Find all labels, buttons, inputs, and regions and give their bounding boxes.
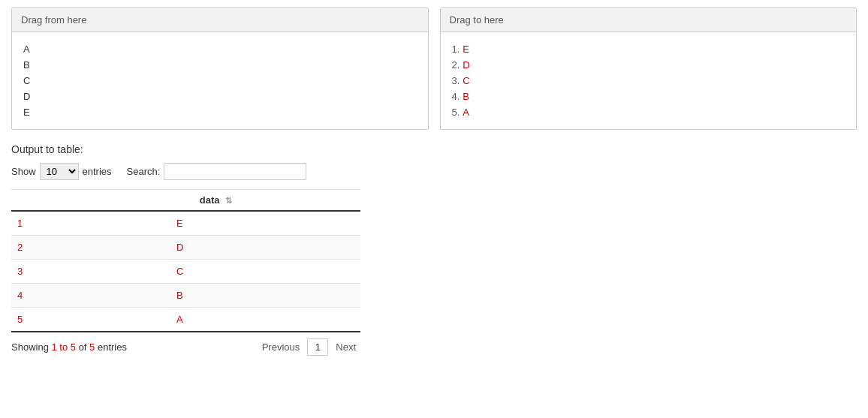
drag-from-item[interactable]: C: [23, 73, 417, 89]
search-label: Search:: [127, 166, 161, 177]
drag-to-item[interactable]: 4.B: [452, 89, 845, 104]
row-number: 3: [11, 260, 71, 284]
table-row: 1E: [11, 211, 360, 236]
table-row: 5A: [11, 308, 360, 332]
drag-from-item[interactable]: A: [23, 41, 417, 57]
controls-row: Show 102550100 entries Search:: [11, 163, 857, 180]
table-header-data[interactable]: data ⇅: [71, 190, 360, 212]
row-number: 2: [11, 236, 71, 260]
drag-from-body[interactable]: ABCDE: [12, 32, 428, 129]
showing-text: Showing 1 to 5 of 5 entries: [11, 341, 127, 353]
drag-to-item[interactable]: 3.C: [452, 73, 845, 89]
next-button[interactable]: Next: [331, 339, 360, 355]
row-number: 5: [11, 308, 71, 332]
row-value: E: [71, 211, 360, 236]
table-row: 2D: [11, 236, 360, 260]
previous-button[interactable]: Previous: [258, 339, 305, 355]
row-value: A: [71, 308, 360, 332]
pagination-controls: Previous 1 Next: [258, 338, 360, 356]
drag-to-item[interactable]: 5.A: [452, 104, 845, 120]
output-section: Output to table: Show 102550100 entries …: [11, 143, 857, 356]
drag-to-item[interactable]: 2.D: [452, 57, 845, 73]
data-table: data ⇅ 1E2D3C4B5A: [11, 189, 360, 332]
entries-text: entries: [83, 166, 112, 177]
row-value: D: [71, 236, 360, 260]
drag-to-header: Drag to here: [441, 8, 857, 32]
drag-from-item[interactable]: B: [23, 57, 417, 73]
drag-from-item[interactable]: E: [23, 104, 417, 120]
output-label: Output to table:: [11, 143, 857, 155]
row-value: B: [71, 284, 360, 308]
row-number: 4: [11, 284, 71, 308]
drag-to-panel: Drag to here 1.E2.D3.C4.B5.A: [440, 8, 857, 130]
entries-select[interactable]: 102550100: [40, 163, 79, 180]
drag-from-panel: Drag from here ABCDE: [11, 8, 429, 130]
table-row: 3C: [11, 260, 360, 284]
drag-to-item[interactable]: 1.E: [452, 41, 845, 57]
row-number: 1: [11, 211, 71, 236]
search-input[interactable]: [164, 163, 306, 180]
table-footer: [11, 332, 360, 332]
drag-from-item[interactable]: D: [23, 89, 417, 104]
sort-icon: ⇅: [225, 196, 232, 206]
table-header-empty: [11, 190, 71, 212]
table-row: 4B: [11, 284, 360, 308]
drag-to-body[interactable]: 1.E2.D3.C4.B5.A: [441, 32, 857, 129]
pagination-row: Showing 1 to 5 of 5 entries Previous 1 N…: [11, 338, 360, 356]
drag-from-header: Drag from here: [12, 8, 428, 32]
row-value: C: [71, 260, 360, 284]
show-label: Show: [11, 166, 36, 177]
current-page[interactable]: 1: [307, 338, 328, 356]
